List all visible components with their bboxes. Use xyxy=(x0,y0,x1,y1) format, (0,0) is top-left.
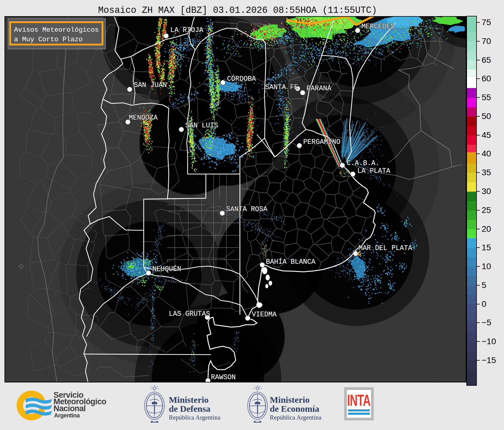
svg-text:SANTA ROSA: SANTA ROSA xyxy=(226,205,267,213)
svg-text:LAS GRUTAS: LAS GRUTAS xyxy=(169,310,210,318)
svg-text:Nacional: Nacional xyxy=(53,404,86,413)
svg-text:PARANÁ: PARANÁ xyxy=(307,84,331,92)
svg-text:SANTA FE: SANTA FE xyxy=(265,83,298,91)
svg-text:LA RIOJA: LA RIOJA xyxy=(170,26,203,34)
svg-text:VIEDMA: VIEDMA xyxy=(252,311,277,318)
svg-text:a Muy Corto Plazo: a Muy Corto Plazo xyxy=(14,36,83,43)
svg-text:C.A.B.A.: C.A.B.A. xyxy=(347,159,379,167)
svg-text:República Argentina: República Argentina xyxy=(169,414,220,421)
svg-text:MENDOZA: MENDOZA xyxy=(129,114,158,122)
svg-text:SAN JUAN: SAN JUAN xyxy=(134,81,167,89)
svg-text:de Defensa: de Defensa xyxy=(169,404,210,414)
svg-text:Ministerio: Ministerio xyxy=(270,395,310,405)
svg-text:de Economía: de Economía xyxy=(270,404,319,414)
svg-text:LA PLATA: LA PLATA xyxy=(357,167,390,175)
svg-text:Ministerio: Ministerio xyxy=(169,395,209,405)
svg-text:INTA: INTA xyxy=(347,391,370,409)
svg-text:PERGAMINO: PERGAMINO xyxy=(303,138,340,146)
svg-text:República Argentina: República Argentina xyxy=(270,414,321,421)
svg-text:CÓRDOBA: CÓRDOBA xyxy=(227,74,256,83)
svg-text:Argentina: Argentina xyxy=(54,412,80,419)
svg-text:NEUQUÉN: NEUQUÉN xyxy=(152,265,181,273)
svg-text:SAN LUIS: SAN LUIS xyxy=(185,122,218,129)
svg-text:MAR DEL PLATA: MAR DEL PLATA xyxy=(359,244,412,252)
svg-text:Avisos Meteorológicos: Avisos Meteorológicos xyxy=(14,26,99,34)
svg-text:MERCEDES: MERCEDES xyxy=(361,23,394,31)
svg-text:RAWSON: RAWSON xyxy=(211,373,236,381)
svg-text:BAHÍA BLANCA: BAHÍA BLANCA xyxy=(266,258,315,266)
